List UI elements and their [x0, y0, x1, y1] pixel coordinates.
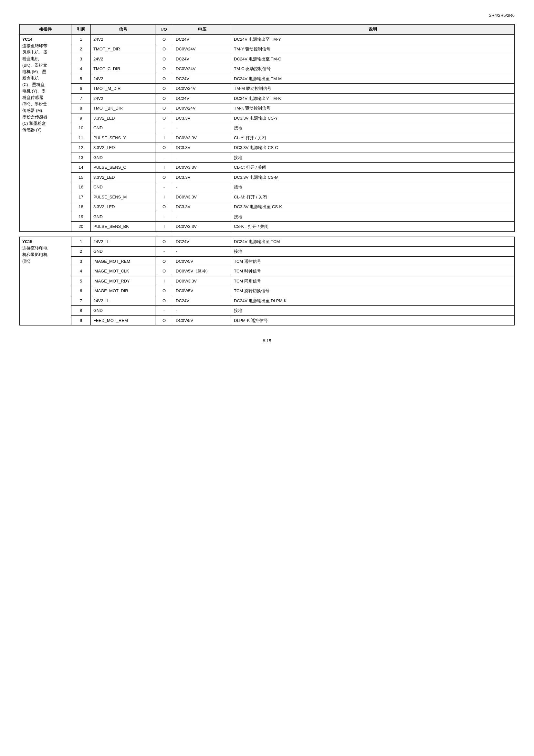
- io-cell: O: [155, 286, 173, 296]
- signal-cell: GND: [91, 152, 155, 163]
- io-cell: O: [155, 54, 173, 64]
- io-cell: O: [155, 34, 173, 44]
- voltage-cell: DC0V/24V: [173, 64, 231, 74]
- pin-cell: 12: [71, 143, 91, 153]
- desc-cell: 接地: [231, 123, 515, 133]
- io-cell: I: [155, 133, 173, 143]
- io-cell: -: [155, 152, 173, 163]
- table-row: 4TMOT_C_DIRODC0V/24VTM-C 驱动控制信号: [20, 64, 515, 74]
- pin-cell: 10: [71, 123, 91, 133]
- page-number: 8-15: [263, 338, 271, 343]
- connector-cell: YC14连接至转印带风扇电机、墨粉盒电机(BK)、墨粉盒电机 (M)、墨粉盒电机…: [20, 34, 71, 231]
- pin-cell: 8: [71, 103, 91, 114]
- voltage-cell: DC0V/5V（脉冲）: [173, 266, 231, 276]
- voltage-cell: DC0V/24V: [173, 84, 231, 94]
- signal-cell: GND: [91, 247, 155, 256]
- signal-cell: IMAGE_MOT_CLK: [91, 266, 155, 276]
- signal-cell: GND: [91, 306, 155, 316]
- io-cell: O: [155, 103, 173, 114]
- table-row: 5IMAGE_MOT_RDYIDC0V/3.3VTCM 同步信号: [20, 276, 515, 286]
- desc-cell: 接地: [231, 212, 515, 222]
- voltage-cell: DC0V/3.3V: [173, 133, 231, 143]
- desc-cell: TCM 时钟信号: [231, 266, 515, 276]
- signal-cell: 3.3V2_LED: [91, 143, 155, 153]
- signal-cell: 24V2: [91, 34, 155, 44]
- signal-cell: 24V2: [91, 54, 155, 64]
- voltage-cell: -: [173, 123, 231, 133]
- voltage-cell: DC0V/3.3V: [173, 276, 231, 286]
- io-cell: O: [155, 237, 173, 247]
- signal-cell: PULSE_SENS_Y: [91, 133, 155, 143]
- desc-cell: 接地: [231, 306, 515, 316]
- table-row: 2GND--接地: [20, 247, 515, 256]
- table-row: 14PULSE_SENS_CIDC0V/3.3VCL-C: 打开 / 关闭: [20, 163, 515, 173]
- desc-cell: DC3.3V 电源输出 CS-M: [231, 172, 515, 182]
- signal-cell: PULSE_SENS_BK: [91, 222, 155, 232]
- signal-cell: TMOT_Y_DIR: [91, 44, 155, 54]
- pin-cell: 6: [71, 84, 91, 94]
- io-cell: O: [155, 64, 173, 74]
- io-cell: -: [155, 182, 173, 192]
- voltage-cell: DC0V/5V: [173, 256, 231, 266]
- table-row: YC14连接至转印带风扇电机、墨粉盒电机(BK)、墨粉盒电机 (M)、墨粉盒电机…: [20, 34, 515, 44]
- desc-cell: TCM 遥控信号: [231, 256, 515, 266]
- table-row: 8GND--接地: [20, 306, 515, 316]
- table-row: 6IMAGE_MOT_DIRODC0V/5VTCM 旋转切换信号: [20, 286, 515, 296]
- desc-cell: DC3.3V 电源输出 CS-Y: [231, 113, 515, 123]
- voltage-cell: DC0V/5V: [173, 315, 231, 325]
- desc-cell: DLPM-K 遥控信号: [231, 315, 515, 325]
- signal-cell: TMOT_BK_DIR: [91, 103, 155, 114]
- io-cell: O: [155, 84, 173, 94]
- voltage-cell: -: [173, 182, 231, 192]
- voltage-cell: DC24V: [173, 54, 231, 64]
- table-row: 8TMOT_BK_DIRODC0V/24VTM-K 驱动控制信号: [20, 103, 515, 114]
- signal-cell: 24V2_IL: [91, 296, 155, 306]
- signal-cell: 3.3V2_LED: [91, 172, 155, 182]
- io-cell: O: [155, 296, 173, 306]
- voltage-cell: DC3.3V: [173, 143, 231, 153]
- desc-cell: DC3.3V 电源输出至 CS-K: [231, 202, 515, 212]
- pin-cell: 1: [71, 34, 91, 44]
- page-header: 2R4/2R5/2R6: [19, 13, 515, 18]
- io-cell: I: [155, 222, 173, 232]
- io-cell: -: [155, 212, 173, 222]
- io-cell: I: [155, 163, 173, 173]
- signal-cell: 24V2: [91, 74, 155, 84]
- voltage-cell: DC0V/3.3V: [173, 192, 231, 202]
- desc-cell: CL-Y: 打开 / 关闭: [231, 133, 515, 143]
- table-row: 19GND--接地: [20, 212, 515, 222]
- table-row: 724V2ODC24VDC24V 电源输出至 TM-K: [20, 94, 515, 103]
- pin-cell: 7: [71, 94, 91, 103]
- table-row: 3IMAGE_MOT_REMODC0V/5VTCM 遥控信号: [20, 256, 515, 266]
- io-cell: I: [155, 192, 173, 202]
- signal-cell: TMOT_C_DIR: [91, 64, 155, 74]
- voltage-cell: DC0V/3.3V: [173, 163, 231, 173]
- pin-cell: 3: [71, 256, 91, 266]
- pin-cell: 19: [71, 212, 91, 222]
- io-cell: -: [155, 123, 173, 133]
- table-row: 9FEED_MOT_REMODC0V/5VDLPM-K 遥控信号: [20, 315, 515, 325]
- voltage-cell: DC3.3V: [173, 113, 231, 123]
- desc-cell: DC24V 电源输出至 TM-K: [231, 94, 515, 103]
- pin-cell: 2: [71, 44, 91, 54]
- table-row: 16GND--接地: [20, 182, 515, 192]
- pin-cell: 14: [71, 163, 91, 173]
- desc-cell: DC24V 电源输出至 TCM: [231, 237, 515, 247]
- pin-cell: 11: [71, 133, 91, 143]
- desc-cell: DC24V 电源输出至 TM-Y: [231, 34, 515, 44]
- col-header-signal: 信号: [91, 25, 155, 35]
- signal-cell: 24V2_IL: [91, 237, 155, 247]
- voltage-cell: DC0V/5V: [173, 286, 231, 296]
- signal-cell: 24V2: [91, 94, 155, 103]
- desc-cell: 接地: [231, 182, 515, 192]
- desc-cell: DC24V 电源输出至 DLPM-K: [231, 296, 515, 306]
- io-cell: O: [155, 94, 173, 103]
- pin-cell: 3: [71, 54, 91, 64]
- voltage-cell: -: [173, 212, 231, 222]
- io-cell: O: [155, 256, 173, 266]
- table-row: 17PULSE_SENS_MIDC0V/3.3VCL-M: 打开 / 关闭: [20, 192, 515, 202]
- col-header-connector: 接插件: [20, 25, 71, 35]
- page-id: 2R4/2R5/2R6: [489, 13, 515, 18]
- io-cell: O: [155, 44, 173, 54]
- signal-cell: 3.3V2_LED: [91, 113, 155, 123]
